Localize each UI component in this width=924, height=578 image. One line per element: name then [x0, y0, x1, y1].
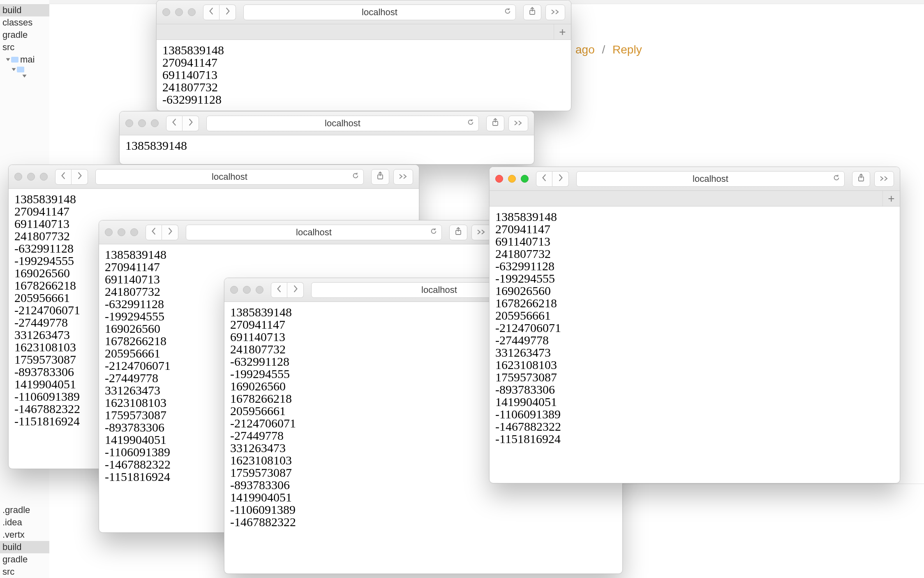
zoom-button[interactable] [151, 119, 159, 127]
tree-item[interactable]: .idea [0, 516, 49, 529]
back-button[interactable] [203, 5, 219, 20]
share-button[interactable] [449, 225, 467, 240]
address-text: localhost [693, 174, 728, 184]
minimize-button[interactable] [138, 119, 146, 127]
disclosure-icon [23, 75, 27, 78]
minimize-button[interactable] [27, 173, 35, 181]
tree-label: gradle [2, 554, 28, 565]
share-button[interactable] [523, 5, 541, 20]
minimize-button[interactable] [508, 175, 516, 183]
forward-button[interactable] [552, 171, 569, 187]
page-content: 1385839148 270941147 691140713 241807732… [157, 40, 571, 111]
close-button[interactable] [162, 8, 170, 16]
minimize-button[interactable] [175, 8, 183, 16]
back-button[interactable] [166, 116, 182, 131]
traffic-lights [125, 119, 159, 127]
zoom-button[interactable] [521, 175, 529, 183]
tree-item[interactable]: src [0, 41, 49, 53]
tabs-overflow-button[interactable] [508, 116, 528, 131]
tabs-overflow-button[interactable] [471, 225, 491, 240]
tree-item[interactable]: .vertx [0, 529, 49, 541]
tree-label: classes [2, 17, 32, 28]
tree-item[interactable]: gradle [0, 29, 49, 41]
tree-label: build [2, 5, 21, 16]
window-titlebar[interactable]: localhost [99, 221, 497, 244]
safari-window: localhost+1385839148 270941147 691140713… [489, 167, 900, 483]
close-button[interactable] [14, 173, 22, 181]
forward-button[interactable] [219, 5, 236, 20]
back-button[interactable] [271, 282, 287, 298]
tree-label: src [2, 42, 14, 53]
address-text: localhost [362, 7, 397, 18]
chevron-right-icon [77, 172, 83, 181]
tree-label: build [2, 542, 21, 552]
share-icon [492, 118, 499, 128]
address-bar[interactable]: localhost [95, 169, 364, 185]
back-button[interactable] [55, 169, 72, 185]
window-titlebar[interactable]: localhost [120, 111, 534, 135]
tree-item[interactable]: .gradle [0, 504, 49, 516]
reload-icon[interactable] [504, 7, 511, 17]
back-button[interactable] [536, 171, 552, 187]
close-button[interactable] [495, 175, 503, 183]
page-content: 1385839148 270941147 691140713 241807732… [490, 207, 900, 483]
tree-item[interactable]: mai [0, 53, 49, 66]
reload-icon[interactable] [467, 118, 474, 128]
tree-item[interactable]: gradle [0, 553, 49, 566]
forward-button[interactable] [287, 282, 304, 298]
close-button[interactable] [230, 286, 238, 294]
timestamp-link[interactable]: ago [575, 43, 595, 56]
tree-item[interactable]: build [0, 541, 49, 553]
tabs-overflow-button[interactable] [545, 5, 565, 20]
tabs-overflow-button[interactable] [874, 171, 894, 187]
reload-icon[interactable] [352, 172, 359, 181]
share-button[interactable] [852, 171, 870, 187]
minimize-button[interactable] [243, 286, 251, 294]
separator: / [602, 43, 605, 56]
zoom-button[interactable] [130, 228, 138, 236]
tree-item[interactable] [0, 73, 49, 79]
address-bar[interactable]: localhost [186, 225, 442, 240]
nav-buttons [536, 171, 569, 187]
close-button[interactable] [125, 119, 133, 127]
chevrons-right-icon [551, 7, 560, 17]
back-button[interactable] [146, 225, 162, 240]
address-bar[interactable]: localhost [243, 5, 516, 20]
tabs-overflow-button[interactable] [393, 169, 413, 185]
zoom-button[interactable] [40, 173, 48, 181]
minimize-button[interactable] [118, 228, 125, 236]
traffic-lights [14, 173, 48, 181]
safari-window: localhost+1385839148 270941147 691140713… [156, 0, 571, 111]
new-tab-button[interactable]: + [554, 24, 571, 39]
zoom-button[interactable] [188, 8, 196, 16]
forward-button[interactable] [182, 116, 199, 131]
reply-link[interactable]: Reply [612, 43, 642, 56]
address-text: localhost [296, 227, 332, 238]
address-bar[interactable]: localhost [576, 171, 845, 187]
nav-buttons [166, 116, 199, 131]
tree-label: .idea [2, 517, 22, 528]
tree-item[interactable]: build [0, 4, 49, 16]
tree-item[interactable]: src [0, 566, 49, 578]
new-tab-button[interactable]: + [882, 191, 900, 206]
window-titlebar[interactable]: localhost [157, 0, 571, 24]
tree-item[interactable] [0, 66, 49, 73]
share-button[interactable] [486, 116, 504, 131]
chevron-left-icon [208, 7, 214, 17]
tree-label: .vertx [2, 529, 25, 540]
forward-button[interactable] [72, 169, 88, 185]
tree-label: mai [20, 54, 35, 65]
reload-icon[interactable] [430, 227, 437, 237]
window-titlebar[interactable]: localhost [9, 165, 419, 189]
tree-item[interactable]: classes [0, 16, 49, 29]
forward-button[interactable] [162, 225, 178, 240]
address-bar[interactable]: localhost [206, 116, 479, 131]
zoom-button[interactable] [256, 286, 263, 294]
chevron-left-icon [276, 285, 282, 295]
reload-icon[interactable] [833, 174, 840, 183]
disclosure-icon [6, 58, 10, 61]
close-button[interactable] [105, 228, 113, 236]
window-titlebar[interactable]: localhost [490, 167, 900, 191]
share-button[interactable] [371, 169, 389, 185]
chevron-right-icon [188, 118, 194, 128]
